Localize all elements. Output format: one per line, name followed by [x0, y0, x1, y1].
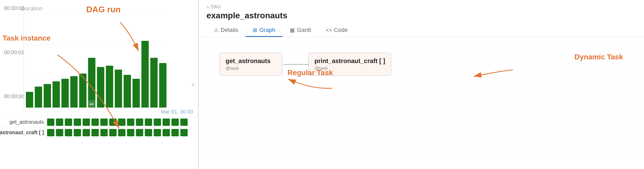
tabs-bar: ⚠ Details ⊞ Graph ▦ Gantt <> Code: [206, 24, 636, 37]
task-row-get: get_astronauts: [0, 117, 196, 127]
task-box[interactable]: [154, 129, 161, 136]
task-box[interactable]: [118, 119, 125, 126]
task-box[interactable]: [136, 119, 143, 126]
task-box[interactable]: [180, 129, 188, 136]
breadcrumb: » DAG: [206, 4, 636, 10]
bar-11[interactable]: [115, 70, 122, 108]
task-box[interactable]: [74, 119, 81, 126]
bars-container: ▶: [24, 14, 168, 108]
bar-12[interactable]: [124, 75, 131, 108]
task-box[interactable]: [145, 129, 152, 136]
duration-title: Duration: [21, 5, 193, 12]
node-print-title: print_astronaut_craft [ ]: [314, 57, 385, 65]
bar-1[interactable]: [26, 92, 33, 108]
tab-graph-label: Graph: [259, 27, 275, 33]
details-icon: ⚠: [214, 27, 218, 33]
task-box[interactable]: [118, 129, 125, 136]
task-box[interactable]: [47, 119, 54, 126]
task-label-print: print_astronaut_craft [ ]: [0, 129, 47, 136]
task-row-print: print_astronaut_craft [ ]: [0, 127, 196, 138]
bar-13[interactable]: [133, 79, 140, 108]
connector-line: [284, 64, 308, 65]
y-axis: 00:00:03 00:00:01 00:00:00: [4, 5, 24, 99]
tab-code-label: Code: [334, 27, 348, 33]
task-box[interactable]: [91, 129, 99, 136]
task-box[interactable]: [56, 119, 63, 126]
task-box[interactable]: [65, 129, 72, 136]
node-get-subtitle: @task: [226, 66, 276, 71]
task-box[interactable]: [74, 129, 81, 136]
bar-16[interactable]: [159, 63, 166, 108]
bar-3[interactable]: [44, 84, 51, 108]
left-panel: Task instance DAG run Duration 00:00:03 …: [0, 0, 199, 169]
task-box[interactable]: [83, 119, 90, 126]
right-panel: » DAG example_astronauts ⚠ Details ⊞ Gra…: [199, 0, 644, 169]
gantt-icon: ▦: [290, 27, 295, 33]
y-label-0: 00:00:00: [4, 93, 24, 99]
task-box[interactable]: [163, 119, 170, 126]
task-box[interactable]: [65, 119, 72, 126]
task-box[interactable]: [127, 119, 134, 126]
graph-icon: ⊞: [253, 27, 257, 33]
bar-9[interactable]: [97, 67, 104, 108]
task-boxes-get: [47, 119, 188, 126]
task-box[interactable]: [180, 119, 188, 126]
tab-details-label: Details: [221, 27, 238, 33]
panel-divider: [198, 0, 198, 169]
task-box[interactable]: [91, 119, 99, 126]
bar-6[interactable]: [70, 76, 78, 108]
tab-graph[interactable]: ⊞ Graph: [245, 24, 283, 37]
dag-title: example_astronauts: [206, 11, 636, 20]
tab-details[interactable]: ⚠ Details: [206, 24, 245, 37]
bar-10[interactable]: [106, 66, 113, 108]
task-box[interactable]: [154, 119, 161, 126]
task-box[interactable]: [145, 119, 152, 126]
code-icon: <>: [326, 27, 332, 33]
chart-area: Duration 00:00:03 00:00:01 00:00:00: [24, 5, 193, 115]
task-rows: get_astronauts print_astro: [0, 117, 196, 138]
bar-14-tall[interactable]: [141, 41, 149, 108]
x-axis-label: Mar 01, 00:00: [24, 109, 193, 115]
task-label-get: get_astronauts: [0, 119, 47, 125]
task-boxes-print: [47, 129, 188, 136]
bar-4[interactable]: [53, 81, 60, 108]
bar-8-highlight[interactable]: ▶: [88, 58, 95, 108]
task-box[interactable]: [47, 129, 54, 136]
task-box[interactable]: [171, 129, 179, 136]
annotation-dynamic-task: Dynamic Task: [574, 53, 623, 61]
task-box[interactable]: [127, 129, 134, 136]
y-label-3: 00:00:03: [4, 5, 24, 11]
node-get-title: get_astronauts: [226, 57, 276, 65]
task-box[interactable]: [56, 129, 63, 136]
bar-15[interactable]: [150, 58, 158, 108]
breadcrumb-chevron: »: [206, 4, 209, 10]
tab-code[interactable]: <> Code: [318, 24, 355, 37]
breadcrumb-dag-label: DAG: [211, 4, 221, 10]
tab-gantt[interactable]: ▦ Gantt: [283, 24, 318, 37]
bar-7[interactable]: [79, 74, 87, 108]
bar-2[interactable]: [35, 87, 42, 108]
annotation-regular-task: Regular Task: [288, 69, 333, 77]
collapse-button[interactable]: «: [192, 81, 195, 88]
task-box[interactable]: [136, 129, 143, 136]
tab-gantt-label: Gantt: [297, 27, 311, 33]
bar-5[interactable]: [61, 79, 69, 108]
task-box[interactable]: [109, 119, 117, 126]
task-box[interactable]: [163, 129, 170, 136]
graph-canvas: get_astronauts @task print_astronaut_cra…: [199, 37, 644, 163]
task-box[interactable]: [100, 119, 108, 126]
task-box[interactable]: [100, 129, 108, 136]
right-header: » DAG example_astronauts ⚠ Details ⊞ Gra…: [199, 0, 644, 37]
y-label-1: 00:00:01: [4, 49, 24, 55]
task-box[interactable]: [109, 129, 117, 136]
task-box[interactable]: [171, 119, 179, 126]
task-box[interactable]: [83, 129, 90, 136]
node-get-astronauts[interactable]: get_astronauts @task: [220, 53, 282, 76]
